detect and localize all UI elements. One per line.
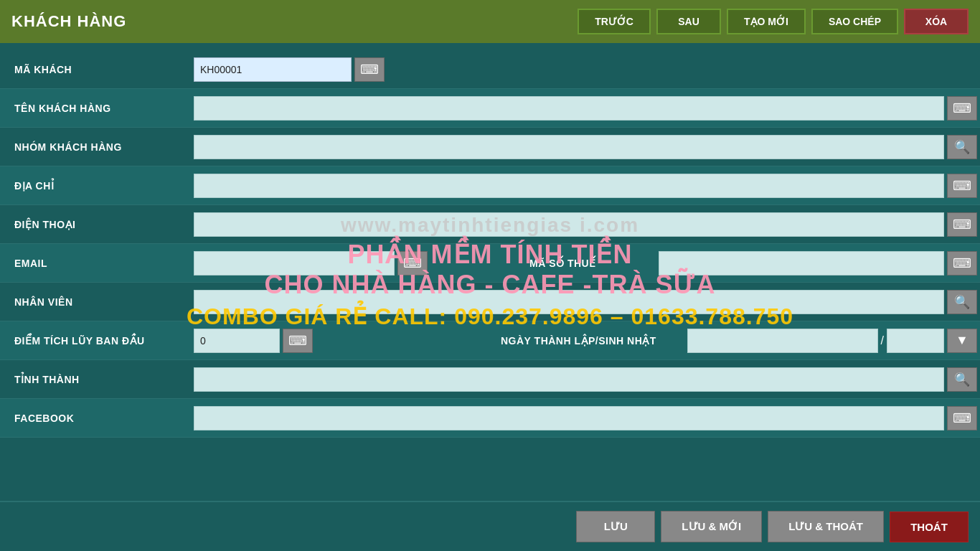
row-dia-chi: ĐỊA CHỈ ⌨ bbox=[0, 166, 980, 205]
label-ma-khach: MÃ KHÁCH bbox=[0, 64, 194, 75]
luu-thoat-button[interactable]: LƯU & THOÁT bbox=[768, 511, 884, 542]
label-dien-thoai: ĐIỆN THOẠI bbox=[0, 219, 194, 230]
input-wrap-email: ⌨ bbox=[194, 251, 515, 276]
ngay-down-button[interactable]: ▼ bbox=[947, 329, 977, 353]
ma-so-thue-keyboard-button[interactable]: ⌨ bbox=[947, 251, 977, 276]
dia-chi-input[interactable] bbox=[194, 174, 944, 198]
search-icon: 🔍 bbox=[954, 294, 970, 310]
label-tinh-thanh: TỈNH THÀNH bbox=[0, 374, 194, 385]
form-area: MÃ KHÁCH ⌨ TÊN KHÁCH HÀNG ⌨ NHÓM KHÁCH H… bbox=[0, 43, 980, 438]
label-email: EMAIL bbox=[0, 258, 194, 269]
truoc-button[interactable]: TRƯỚC bbox=[578, 9, 651, 34]
input-wrap-facebook: ⌨ bbox=[194, 406, 980, 430]
input-wrap-ngay-thanh-lap: / ▼ bbox=[687, 329, 980, 353]
input-wrap-tinh-thanh: 🔍 bbox=[194, 367, 980, 392]
label-ten-khach-hang: TÊN KHÁCH HÀNG bbox=[0, 103, 194, 114]
input-wrap-nhan-vien: 🔍 bbox=[194, 290, 980, 314]
facebook-keyboard-button[interactable]: ⌨ bbox=[947, 406, 977, 430]
tinh-thanh-search-button[interactable]: 🔍 bbox=[947, 367, 977, 392]
input-wrap-ma-khach: ⌨ bbox=[194, 57, 980, 82]
sao-chep-button[interactable]: SAO CHÉP bbox=[811, 9, 898, 34]
row-facebook: FACEBOOK ⌨ bbox=[0, 399, 980, 438]
dia-chi-keyboard-button[interactable]: ⌨ bbox=[947, 174, 977, 198]
chevron-down-icon: ▼ bbox=[956, 333, 969, 348]
ngay-thanh-lap-year-input[interactable] bbox=[887, 329, 944, 353]
ma-so-thue-input[interactable] bbox=[659, 251, 944, 276]
keyboard-icon: ⌨ bbox=[360, 62, 379, 77]
keyboard-icon: ⌨ bbox=[953, 217, 971, 232]
nhan-vien-input[interactable] bbox=[194, 290, 944, 314]
date-separator: / bbox=[878, 334, 887, 347]
row-tinh-thanh: TỈNH THÀNH 🔍 bbox=[0, 360, 980, 399]
row-diem-tich-luy: ĐIỂM TÍCH LŨY BAN ĐẦU ⌨ NGÀY THÀNH LẬP/S… bbox=[0, 321, 980, 360]
input-wrap-ma-so-thue: ⌨ bbox=[659, 251, 980, 276]
label-facebook: FACEBOOK bbox=[0, 413, 194, 424]
xoa-button[interactable]: XÓA bbox=[904, 9, 969, 34]
luu-moi-button[interactable]: LƯU & MỚI bbox=[661, 511, 762, 542]
dien-thoai-keyboard-button[interactable]: ⌨ bbox=[947, 212, 977, 237]
keyboard-icon: ⌨ bbox=[953, 100, 971, 116]
label-ngay-thanh-lap: NGÀY THÀNH LẬP/SINH NHẬT bbox=[486, 335, 687, 347]
label-nhom-khach-hang: NHÓM KHÁCH HÀNG bbox=[0, 141, 194, 153]
row-nhan-vien: NHÂN VIÊN 🔍 bbox=[0, 283, 980, 321]
input-wrap-dia-chi: ⌨ bbox=[194, 174, 980, 198]
bottom-bar: LƯU LƯU & MỚI LƯU & THOÁT THOÁT bbox=[0, 501, 980, 551]
input-wrap-diem-tich-luy: ⌨ bbox=[194, 329, 486, 353]
label-dia-chi: ĐỊA CHỈ bbox=[0, 180, 194, 192]
diem-tich-luy-keyboard-button[interactable]: ⌨ bbox=[283, 329, 313, 353]
diem-tich-luy-input[interactable] bbox=[194, 329, 280, 353]
input-wrap-nhom-khach-hang: 🔍 bbox=[194, 135, 980, 159]
luu-button[interactable]: LƯU bbox=[576, 511, 655, 542]
label-ma-so-thue: MÃ SỐ THUẾ bbox=[515, 258, 659, 269]
ma-khach-keyboard-button[interactable]: ⌨ bbox=[354, 57, 385, 82]
keyboard-icon: ⌨ bbox=[953, 255, 971, 271]
row-dien-thoai: ĐIỆN THOẠI ⌨ bbox=[0, 205, 980, 244]
thoat-button[interactable]: THOÁT bbox=[890, 512, 969, 542]
row-email-masothue: EMAIL ⌨ MÃ SỐ THUẾ ⌨ bbox=[0, 244, 980, 283]
input-wrap-dien-thoai: ⌨ bbox=[194, 212, 980, 237]
nhom-khach-hang-search-button[interactable]: 🔍 bbox=[947, 135, 977, 159]
search-icon: 🔍 bbox=[954, 372, 970, 387]
header: KHÁCH HÀNG TRƯỚC SAU TẠO MỚI SAO CHÉP XÓ… bbox=[0, 0, 980, 43]
header-buttons: TRƯỚC SAU TẠO MỚI SAO CHÉP XÓA bbox=[578, 9, 969, 34]
row-ma-khach: MÃ KHÁCH ⌨ bbox=[0, 50, 980, 89]
search-icon: 🔍 bbox=[954, 139, 970, 155]
tinh-thanh-input[interactable] bbox=[194, 367, 944, 392]
keyboard-icon: ⌨ bbox=[403, 255, 422, 271]
label-nhan-vien: NHÂN VIÊN bbox=[0, 296, 194, 308]
keyboard-icon: ⌨ bbox=[953, 178, 971, 194]
page-title: KHÁCH HÀNG bbox=[11, 12, 126, 31]
nhan-vien-search-button[interactable]: 🔍 bbox=[947, 290, 977, 314]
input-wrap-ten-khach-hang: ⌨ bbox=[194, 96, 980, 121]
tao-moi-button[interactable]: TẠO MỚI bbox=[727, 9, 806, 34]
ma-khach-input[interactable] bbox=[194, 57, 352, 82]
ten-khach-hang-input[interactable] bbox=[194, 96, 944, 121]
ngay-thanh-lap-input[interactable] bbox=[687, 329, 878, 353]
label-diem-tich-luy: ĐIỂM TÍCH LŨY BAN ĐẦU bbox=[0, 335, 194, 347]
sau-button[interactable]: SAU bbox=[656, 9, 721, 34]
row-nhom-khach-hang: NHÓM KHÁCH HÀNG 🔍 bbox=[0, 128, 980, 166]
facebook-input[interactable] bbox=[194, 406, 944, 430]
ten-khach-hang-keyboard-button[interactable]: ⌨ bbox=[947, 96, 977, 121]
row-ten-khach-hang: TÊN KHÁCH HÀNG ⌨ bbox=[0, 89, 980, 128]
dien-thoai-input[interactable] bbox=[194, 212, 944, 237]
email-keyboard-button[interactable]: ⌨ bbox=[397, 251, 428, 276]
keyboard-icon: ⌨ bbox=[953, 410, 971, 426]
keyboard-icon: ⌨ bbox=[288, 333, 307, 349]
email-input[interactable] bbox=[194, 251, 395, 276]
nhom-khach-hang-input[interactable] bbox=[194, 135, 944, 159]
